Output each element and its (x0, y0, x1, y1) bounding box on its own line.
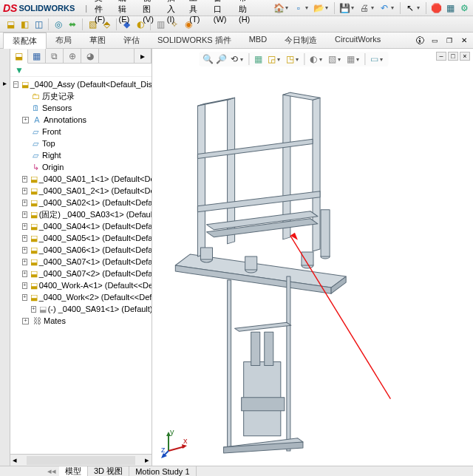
tree-item[interactable]: +⬓_0400_Work<2> (Default<<Default> (10, 291, 152, 303)
panel-tabs: ⬓ ▦ ⧉ ⊕ ◕ ▸ (10, 49, 152, 64)
tree-annotations[interactable]: +AAnnotations (10, 114, 152, 126)
select-icon[interactable]: ↖ (404, 2, 416, 14)
tree-item[interactable]: +⬓_0400_SA04<1> (Default<Default_Disp (10, 220, 152, 232)
menu-file[interactable]: 文件(F) (90, 0, 112, 25)
menu-insert[interactable]: 插入(I) (163, 0, 184, 25)
svg-marker-6 (313, 98, 320, 251)
ribbon-tab-sketch[interactable]: 草图 (81, 33, 115, 49)
menu-edit[interactable]: 编辑(E) (114, 0, 137, 25)
scrollbar[interactable] (27, 456, 135, 465)
ptab-property-icon[interactable]: ▦ (28, 49, 46, 63)
viewport[interactable]: – □ × 🔍 🔎 ⟲▾ ▦ ◲▾ ◳▾ ◐▾ ▧▾ ▦▾ ▭▾ (152, 49, 473, 466)
tree-top[interactable]: ▱Top (10, 137, 152, 149)
tab-nav-prev-icon[interactable]: ◂◂ (44, 466, 59, 476)
menu-window[interactable]: 窗口(W) (209, 0, 233, 25)
tree-item[interactable]: +⬓_0400_SA07<2> (Default<Default_Disp (10, 268, 152, 279)
vw-close-icon[interactable]: × (460, 52, 470, 61)
ribbon-search-icon[interactable]: 🛈 (414, 35, 426, 47)
tree-origin[interactable]: ↳Origin (10, 161, 152, 173)
feature-panel: ⬓ ▦ ⧉ ⊕ ◕ ▸ ▼ −⬓_0400_Assy (Default<Defa… (10, 49, 152, 466)
bottom-tab-motion[interactable]: Motion Study 1 (129, 466, 196, 476)
print-icon[interactable]: 🖨 (358, 2, 370, 14)
tree-root[interactable]: −⬓_0400_Assy (Default<Default_Display St… (10, 78, 152, 90)
ribbon-tab-today[interactable]: 今日制造 (276, 33, 326, 49)
open-icon[interactable]: 📂 (313, 2, 324, 14)
tb-smart-icon[interactable]: ◎ (52, 18, 64, 30)
plane-icon: ▱ (30, 150, 41, 160)
tb-move-icon[interactable]: ⬌ (67, 18, 78, 30)
tree-sensors[interactable]: 🗓Sensors (10, 102, 152, 114)
tb-linear-icon[interactable]: ◫ (33, 18, 44, 30)
tree-history[interactable]: 🗀历史记录 (10, 90, 152, 102)
tree-item[interactable]: +⬓_0400_SA02<1> (Default<Default_Disp (10, 197, 152, 208)
menu-view[interactable]: 视图(V) (138, 0, 161, 25)
tree-item[interactable]: +⬓_0400_SA01_1<1> (Default<Default_Di (10, 173, 152, 185)
ribbon-tab-addins[interactable]: SOLIDWORKS 插件 (149, 33, 240, 49)
subassy-icon: ⬓ (30, 256, 38, 267)
menu-tools[interactable]: 工具(T) (185, 0, 207, 25)
menu-star[interactable]: ⋆ (259, 0, 273, 25)
tb-mate-icon[interactable]: ◧ (18, 18, 30, 30)
settings-icon[interactable]: ⚙ (458, 2, 470, 14)
ribbon-tab-mbd[interactable]: MBD (240, 33, 276, 49)
options-icon[interactable]: ▦ (444, 2, 456, 14)
prev-view-icon[interactable]: ⟲ (228, 53, 240, 65)
ptab-more-icon[interactable]: ▸ (134, 49, 152, 63)
view-orient-icon[interactable]: ◲ (265, 53, 277, 65)
ribbon-tab-cw[interactable]: CircuitWorks (326, 33, 389, 49)
ptab-config-icon[interactable]: ⧉ (46, 49, 64, 63)
ribbon-tab-assembly[interactable]: 装配体 (3, 33, 47, 49)
ribbon-tab-layout[interactable]: 布局 (47, 33, 81, 49)
apply-scene-icon[interactable]: ▦ (344, 53, 356, 65)
bottom-tab-model[interactable]: 模型 (59, 466, 88, 476)
scroll-left-icon[interactable]: ◂ (10, 455, 19, 465)
ptab-dim-icon[interactable]: ⊕ (64, 49, 81, 63)
filter-icon[interactable]: ▼ (13, 64, 25, 76)
tree-item[interactable]: +⬓_0400_SA06<1> (Default<Default_Disp (10, 244, 152, 256)
section-icon[interactable]: ▦ (252, 53, 264, 65)
tree-item[interactable]: +⬓_0400_SA01_2<1> (Default<Default_Di (10, 185, 152, 197)
bottom-tab-3dview[interactable]: 3D 视图 (88, 466, 129, 476)
tree-front[interactable]: ▱Front (10, 126, 152, 137)
undo-icon[interactable]: ↶ (378, 2, 390, 14)
orientation-triad[interactable]: y x z (160, 429, 189, 458)
side-arrow-icon[interactable]: ▸ (1, 78, 10, 87)
tree-item-suppressed[interactable]: +⬓(-) _0400_SA91<1> (Default) (10, 303, 152, 315)
vw-min-icon[interactable]: – (436, 52, 446, 61)
tree-right[interactable]: ▱Right (10, 149, 152, 161)
zoom-area-icon[interactable]: 🔎 (215, 53, 227, 65)
tree-item[interactable]: +⬓0400_Work-A<1> (Default<<Default> (10, 279, 152, 291)
ribbon-min-icon[interactable]: ▭ (429, 35, 440, 47)
ribbon-tab-evaluate[interactable]: 评估 (115, 33, 149, 49)
ribbon-close-icon[interactable]: ✕ (458, 35, 470, 47)
tree-mates[interactable]: +⛓Mates (10, 315, 152, 327)
tree-item[interactable]: +⬓_0400_SA07<1> (Default<Default_Disp (10, 256, 152, 268)
ribbon: 装配体 布局 草图 评估 SOLIDWORKS 插件 MBD 今日制造 Circ… (0, 33, 473, 49)
vw-max-icon[interactable]: □ (448, 52, 458, 61)
scroll-right-icon[interactable]: ▸ (143, 455, 152, 465)
main-toolbar: 🏠▾ ▫▾ 📂▾ 💾▾ 🖨▾ ↶▾ ↖▾ 🛑 ▦ ⚙ (273, 2, 470, 14)
edit-scene-icon[interactable]: ▧ (326, 53, 338, 65)
display-style-icon[interactable]: ◳ (284, 53, 296, 65)
svg-marker-3 (197, 103, 205, 256)
new-icon[interactable]: ▫ (293, 2, 304, 14)
view-settings-icon[interactable]: ▭ (368, 53, 380, 65)
zoom-fit-icon[interactable]: 🔍 (202, 53, 214, 65)
hide-show-icon[interactable]: ◐ (307, 53, 319, 65)
subassy-icon: ⬓ (30, 245, 38, 255)
tree-item[interactable]: +⬓_0400_SA05<1> (Default<Default_Disp (10, 232, 152, 244)
menu-help[interactable]: 帮助(H) (234, 0, 257, 25)
tree-item[interactable]: +⬓(固定) _0400_SA03<1> (Default<Defau (10, 208, 152, 220)
ribbon-max-icon[interactable]: ❐ (443, 35, 455, 47)
tb-insert-comp-icon[interactable]: ⬓ (4, 18, 16, 30)
save-icon[interactable]: 💾 (338, 2, 350, 14)
menu-bar: DS SOLIDWORKS | 文件(F) 编辑(E) 视图(V) 插入(I) … (0, 0, 473, 16)
menu-items: 文件(F) 编辑(E) 视图(V) 插入(I) 工具(T) 窗口(W) 帮助(H… (90, 0, 273, 25)
ptab-display-icon[interactable]: ◕ (81, 49, 99, 63)
mates-icon: ⛓ (32, 316, 42, 326)
rebuild-icon[interactable]: 🛑 (430, 2, 442, 14)
ptab-feature-icon[interactable]: ⬓ (10, 50, 28, 64)
logo-text: SOLIDWORKS (18, 4, 75, 13)
home-icon[interactable]: 🏠 (273, 2, 285, 14)
subassy-icon: ⬓ (30, 280, 38, 290)
